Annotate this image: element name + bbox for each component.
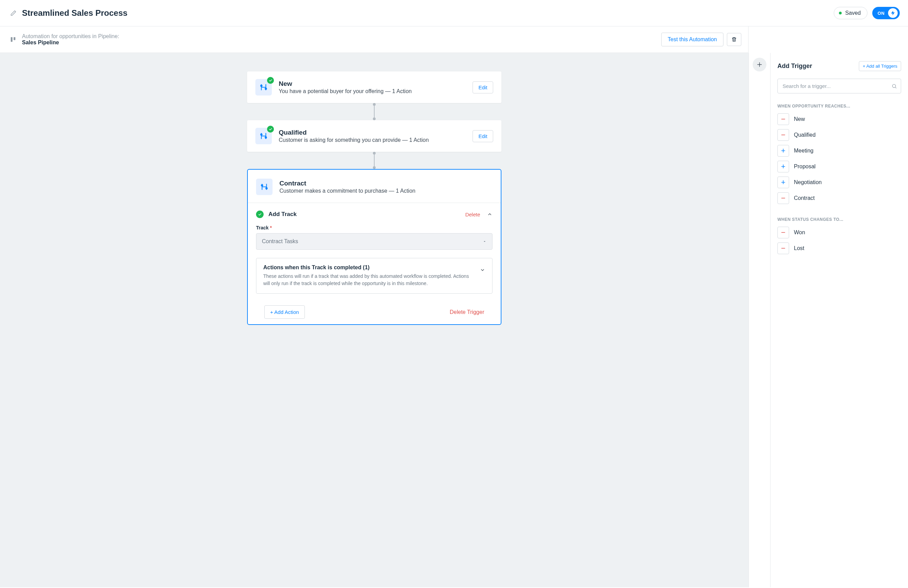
connector xyxy=(247,152,501,169)
saved-indicator: Saved xyxy=(834,7,867,19)
stage-icon xyxy=(255,79,272,95)
flow-card-contract-expanded: Contract Customer makes a commitment to … xyxy=(247,169,501,325)
app-header: Streamlined Sales Process Saved ON xyxy=(0,0,908,26)
subheader-texts: Automation for opportunities in Pipeline… xyxy=(22,33,661,46)
svg-point-7 xyxy=(266,188,267,189)
canvas: New You have a potential buyer for your … xyxy=(0,53,749,587)
chevron-down-icon[interactable] xyxy=(480,267,485,273)
card-title: Qualified xyxy=(279,129,473,137)
check-badge-icon xyxy=(267,77,274,84)
pipeline-board-icon xyxy=(10,36,16,43)
expanded-footer: + Add Action Delete Trigger xyxy=(256,304,493,323)
status-list: −Won−Lost xyxy=(778,227,901,254)
card-title: New xyxy=(279,80,473,88)
edit-button[interactable]: Edit xyxy=(473,130,493,142)
context-line: Automation for opportunities in Pipeline… xyxy=(22,33,661,40)
stage-icon xyxy=(256,178,272,195)
card-stack: New You have a potential buyer for your … xyxy=(247,71,501,325)
check-badge-icon xyxy=(267,126,274,133)
flow-card-qualified[interactable]: Qualified Customer is asking for somethi… xyxy=(247,120,501,152)
track-select[interactable]: Contract Tasks xyxy=(256,233,493,250)
track-select-value: Contract Tasks xyxy=(262,238,298,244)
section-row: Add Track Delete xyxy=(256,210,493,218)
reaches-item-label: Meeting xyxy=(794,148,813,154)
reaches-item-row: −Contract xyxy=(778,192,901,204)
reaches-item-row: −New xyxy=(778,113,901,125)
reaches-item-row: −Qualified xyxy=(778,129,901,141)
on-label: ON xyxy=(878,11,885,16)
reaches-item-row: +Negotiation xyxy=(778,177,901,188)
svg-point-3 xyxy=(265,88,266,89)
reaches-item-label: Contract xyxy=(794,195,815,201)
caret-down-icon xyxy=(483,239,487,244)
group-reaches-label: WHEN OPPORTUNITY REACHES... xyxy=(778,104,901,109)
add-trigger-button[interactable]: + xyxy=(778,177,789,188)
stage-icon xyxy=(255,128,272,144)
card-title: Contract xyxy=(279,180,493,187)
delete-automation-button[interactable] xyxy=(727,33,741,46)
remove-trigger-button[interactable]: − xyxy=(778,113,789,125)
status-item-label: Lost xyxy=(794,245,804,251)
section-check-icon xyxy=(256,210,264,218)
flow-card-new[interactable]: New You have a potential buyer for your … xyxy=(247,71,501,103)
svg-point-2 xyxy=(261,85,262,87)
track-field-label: Track* xyxy=(256,225,493,230)
status-item-row: −Lost xyxy=(778,243,901,254)
remove-trigger-button[interactable]: − xyxy=(778,129,789,141)
card-subtitle: You have a potential buyer for your offe… xyxy=(279,88,473,95)
card-subtitle: Customer makes a commitment to purchase … xyxy=(279,188,493,194)
reaches-item-row: +Meeting xyxy=(778,145,901,157)
add-step-button[interactable] xyxy=(753,58,766,71)
page-title: Streamlined Sales Process xyxy=(22,8,834,18)
sub-header: Automation for opportunities in Pipeline… xyxy=(0,26,749,53)
test-automation-button[interactable]: Test this Automation xyxy=(661,33,723,47)
reaches-item-label: Qualified xyxy=(794,132,816,138)
expanded-body: Add Track Delete Track* Contract Tasks A… xyxy=(248,203,501,324)
expanded-header: Contract Customer makes a commitment to … xyxy=(248,170,501,203)
reaches-item-label: Proposal xyxy=(794,164,816,170)
bolt-icon xyxy=(888,8,898,18)
add-all-triggers-button[interactable]: + Add all Triggers xyxy=(859,61,901,71)
svg-point-6 xyxy=(261,185,262,186)
trigger-search xyxy=(778,79,901,93)
chevron-up-icon[interactable] xyxy=(487,212,493,217)
edit-title-icon[interactable] xyxy=(10,10,16,16)
group-status-label: WHEN STATUS CHANGES TO... xyxy=(778,217,901,222)
add-trigger-button[interactable]: + xyxy=(778,145,789,157)
actions-box-title: Actions when this Track is completed (1) xyxy=(263,265,474,271)
actions-when-completed-box[interactable]: Actions when this Track is completed (1)… xyxy=(256,258,493,294)
edit-button[interactable]: Edit xyxy=(473,81,493,93)
actions-box-desc: These actions will run if a track that w… xyxy=(263,273,474,287)
status-item-label: Won xyxy=(794,230,805,236)
delete-trigger-link[interactable]: Delete Trigger xyxy=(450,309,485,315)
status-dot-icon xyxy=(839,12,842,14)
connector xyxy=(247,103,501,120)
reaches-item-label: Negotiation xyxy=(794,179,822,185)
card-subtitle: Customer is asking for something you can… xyxy=(279,137,473,143)
right-panel: Add Trigger + Add all Triggers WHEN OPPO… xyxy=(771,53,908,587)
body-wrap: New You have a potential buyer for your … xyxy=(0,53,908,587)
remove-trigger-button[interactable]: − xyxy=(778,243,789,254)
side-strip xyxy=(749,53,771,587)
reaches-list: −New−Qualified+Meeting+Proposal+Negotiat… xyxy=(778,113,901,204)
remove-trigger-button[interactable]: − xyxy=(778,227,789,238)
delete-section-link[interactable]: Delete xyxy=(465,212,480,217)
svg-rect-1 xyxy=(14,37,16,40)
panel-title: Add Trigger xyxy=(778,63,812,70)
reaches-item-row: +Proposal xyxy=(778,161,901,172)
section-title: Add Track xyxy=(269,211,465,218)
svg-rect-0 xyxy=(11,37,12,42)
panel-head: Add Trigger + Add all Triggers xyxy=(778,61,901,71)
status-item-row: −Won xyxy=(778,227,901,238)
trash-icon xyxy=(731,37,737,42)
on-toggle[interactable]: ON xyxy=(872,7,900,19)
remove-trigger-button[interactable]: − xyxy=(778,192,789,204)
add-action-button[interactable]: + Add Action xyxy=(264,305,305,319)
saved-label: Saved xyxy=(845,10,861,16)
svg-point-8 xyxy=(892,84,896,87)
svg-point-5 xyxy=(265,137,266,138)
pipeline-name: Sales Pipeline xyxy=(22,40,661,46)
search-icon xyxy=(892,84,897,89)
add-trigger-button[interactable]: + xyxy=(778,161,789,172)
search-input[interactable] xyxy=(778,79,901,93)
